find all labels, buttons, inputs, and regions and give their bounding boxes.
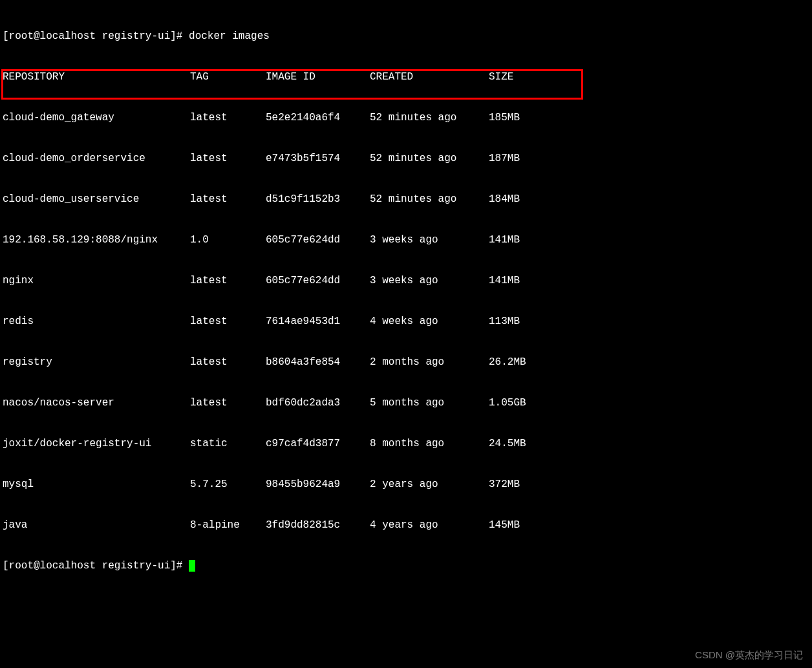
cell-created: 3 weeks ago	[370, 233, 489, 247]
watermark-text: CSDN @英杰的学习日记	[695, 648, 803, 662]
cell-created: 52 minutes ago	[370, 193, 489, 206]
prompt-line-1: [root@localhost registry-ui]# docker ima…	[3, 30, 812, 43]
header-tag: TAG	[190, 70, 266, 84]
table-row: registrylatestb8604a3fe8542 months ago26…	[3, 356, 812, 369]
cell-size: 113MB	[489, 315, 520, 329]
cell-created: 4 years ago	[370, 519, 489, 532]
cell-tag: latest	[190, 152, 266, 166]
table-row: redislatest7614ae9453d14 weeks ago113MB	[3, 315, 812, 329]
cell-image-id: 605c77e624dd	[266, 274, 370, 288]
cell-repository: mysql	[3, 478, 190, 491]
cell-size: 26.2MB	[489, 356, 526, 369]
cell-tag: latest	[190, 356, 266, 369]
table-row: cloud-demo_orderservicelateste7473b5f157…	[3, 152, 812, 166]
table-row: java8-alpine3fd9dd82815c4 years ago145MB	[3, 519, 812, 532]
cell-image-id: c97caf4d3877	[266, 437, 370, 451]
cell-created: 4 weeks ago	[370, 315, 489, 329]
cell-created: 8 months ago	[370, 437, 489, 451]
cell-repository: redis	[3, 315, 190, 329]
cell-created: 5 months ago	[370, 396, 489, 410]
cell-tag: latest	[190, 193, 266, 206]
cell-image-id: d51c9f1152b3	[266, 193, 370, 206]
cell-image-id: 7614ae9453d1	[266, 315, 370, 329]
shell-prompt: [root@localhost registry-ui]#	[3, 30, 189, 42]
table-row: cloud-demo_gatewaylatest5e2e2140a6f452 m…	[3, 111, 812, 125]
cursor-icon	[189, 560, 195, 572]
cell-image-id: 605c77e624dd	[266, 233, 370, 247]
cell-repository: cloud-demo_gateway	[3, 111, 190, 125]
cell-tag: static	[190, 437, 266, 451]
cell-tag: latest	[190, 396, 266, 410]
header-created: CREATED	[370, 70, 489, 84]
cell-size: 141MB	[489, 233, 520, 247]
table-header-row: REPOSITORYTAGIMAGE IDCREATEDSIZE	[3, 70, 812, 84]
header-repository: REPOSITORY	[3, 70, 190, 84]
cell-created: 52 minutes ago	[370, 152, 489, 166]
cell-size: 24.5MB	[489, 437, 526, 451]
cell-repository: java	[3, 519, 190, 532]
cell-size: 187MB	[489, 152, 520, 166]
prompt-line-2: [root@localhost registry-ui]#	[3, 559, 812, 573]
cell-image-id: 3fd9dd82815c	[266, 519, 370, 532]
shell-prompt: [root@localhost registry-ui]#	[3, 560, 189, 572]
header-image-id: IMAGE ID	[266, 70, 370, 84]
cell-repository: nacos/nacos-server	[3, 396, 190, 410]
cell-image-id: bdf60dc2ada3	[266, 396, 370, 410]
cell-repository: 192.168.58.129:8088/nginx	[3, 233, 190, 247]
cell-created: 2 months ago	[370, 356, 489, 369]
cell-size: 184MB	[489, 193, 520, 206]
cell-tag: latest	[190, 111, 266, 125]
table-row: joxit/docker-registry-uistaticc97caf4d38…	[3, 437, 812, 451]
cell-created: 3 weeks ago	[370, 274, 489, 288]
cell-size: 1.05GB	[489, 396, 526, 410]
cell-created: 52 minutes ago	[370, 111, 489, 125]
terminal-output[interactable]: [root@localhost registry-ui]# docker ima…	[0, 0, 812, 600]
cell-image-id: e7473b5f1574	[266, 152, 370, 166]
table-row: nacos/nacos-serverlatestbdf60dc2ada35 mo…	[3, 396, 812, 410]
cell-size: 372MB	[489, 478, 520, 491]
cell-repository: cloud-demo_orderservice	[3, 152, 190, 166]
table-row: mysql5.7.2598455b9624a92 years ago372MB	[3, 478, 812, 491]
cell-tag: latest	[190, 274, 266, 288]
cell-tag: 5.7.25	[190, 478, 266, 491]
cell-tag: 1.0	[190, 233, 266, 247]
cell-size: 141MB	[489, 274, 520, 288]
cell-created: 2 years ago	[370, 478, 489, 491]
cell-image-id: b8604a3fe854	[266, 356, 370, 369]
shell-command: docker images	[189, 30, 270, 42]
table-row: 192.168.58.129:8088/nginx1.0605c77e624dd…	[3, 233, 812, 247]
cell-repository: nginx	[3, 274, 190, 288]
header-size: SIZE	[489, 70, 513, 84]
cell-repository: cloud-demo_userservice	[3, 193, 190, 206]
cell-repository: registry	[3, 356, 190, 369]
table-row: cloud-demo_userservicelatestd51c9f1152b3…	[3, 193, 812, 206]
cell-tag: 8-alpine	[190, 519, 266, 532]
cell-size: 145MB	[489, 519, 520, 532]
table-row: nginxlatest605c77e624dd3 weeks ago141MB	[3, 274, 812, 288]
cell-repository: joxit/docker-registry-ui	[3, 437, 190, 451]
cell-size: 185MB	[489, 111, 520, 125]
cell-tag: latest	[190, 315, 266, 329]
cell-image-id: 98455b9624a9	[266, 478, 370, 491]
cell-image-id: 5e2e2140a6f4	[266, 111, 370, 125]
